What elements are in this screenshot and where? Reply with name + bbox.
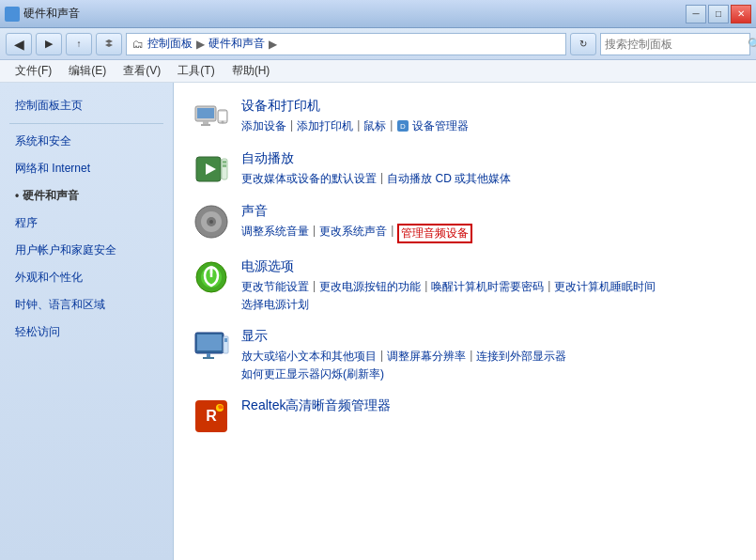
sep5: | <box>313 224 316 243</box>
address-path[interactable]: 🗂 控制面板 ▶ 硬件和声音 ▶ <box>126 33 566 55</box>
svg-point-17 <box>209 220 213 224</box>
svg-rect-23 <box>207 353 210 357</box>
minimize-button[interactable]: ─ <box>686 5 706 23</box>
link-resolution[interactable]: 调整屏幕分辨率 <box>387 349 466 365</box>
manage-audio-highlighted: 管理音频设备 <box>397 224 472 243</box>
link-add-printer[interactable]: 添加打印机 <box>297 118 353 134</box>
power-links-row2: 选择电源计划 <box>241 297 737 313</box>
back-button[interactable]: ◀ <box>6 33 32 55</box>
link-external-display[interactable]: 连接到外部显示器 <box>476 349 566 365</box>
power-links-row1: 更改节能设置 | 更改电源按钮的功能 | 唤醒计算机时需要密码 | 更改计算机睡… <box>241 279 737 295</box>
search-icon: 🔍 <box>748 38 756 51</box>
link-change-power-settings[interactable]: 更改节能设置 <box>241 279 309 295</box>
sidebar-item-home[interactable]: 控制面板主页 <box>9 94 163 117</box>
link-change-sounds[interactable]: 更改系统声音 <box>319 224 387 243</box>
sidebar-item-hardware[interactable]: 硬件和声音 <box>9 184 163 208</box>
close-button[interactable]: ✕ <box>731 5 751 23</box>
svg-text:R: R <box>206 408 217 424</box>
address-bar: ◀ ▶ ↑ 🗂 控制面板 ▶ 硬件和声音 ▶ ↻ 🔍 <box>0 28 756 60</box>
autoplay-title[interactable]: 自动播放 <box>241 150 737 167</box>
link-power-button[interactable]: 更改电源按钮的功能 <box>319 279 421 295</box>
category-sound: 声音 调整系统音量 | 更改系统声音 | 管理音频设备 <box>193 203 737 243</box>
realtek-title[interactable]: Realtek高清晰音频管理器 <box>241 397 737 414</box>
category-realtek: R Realtek高清晰音频管理器 <box>193 397 737 435</box>
title-bar: 硬件和声音 ─ □ ✕ <box>0 0 756 28</box>
search-input[interactable] <box>605 38 746 51</box>
sep3: | <box>390 118 393 134</box>
title-bar-left: 硬件和声音 <box>5 6 80 22</box>
svg-rect-5 <box>219 112 226 120</box>
forward-button[interactable]: ▶ <box>36 33 62 55</box>
sidebar-item-accessibility[interactable]: 轻松访问 <box>9 320 163 344</box>
autoplay-icon <box>193 150 230 188</box>
devices-content: 设备和打印机 添加设备 | 添加打印机 | 鼠标 | D 设备管理器 <box>241 98 737 134</box>
display-icon <box>193 328 230 366</box>
window-icon <box>5 7 20 22</box>
link-sleep-time[interactable]: 更改计算机睡眠时间 <box>554 279 656 295</box>
menu-help[interactable]: 帮助(H) <box>224 61 278 81</box>
link-change-default[interactable]: 更改媒体或设备的默认设置 <box>241 171 377 187</box>
display-title[interactable]: 显示 <box>241 328 737 345</box>
svg-rect-12 <box>223 161 226 163</box>
link-refresh-rate[interactable]: 如何更正显示器闪烁(刷新率) <box>241 366 384 382</box>
svg-rect-3 <box>201 124 210 126</box>
path-hardware[interactable]: 硬件和声音 <box>208 36 265 52</box>
path-controlpanel[interactable]: 控制面板 <box>147 36 193 52</box>
svg-rect-2 <box>203 121 208 124</box>
recent-locations-button[interactable] <box>96 33 122 55</box>
sidebar-item-clock[interactable]: 时钟、语言和区域 <box>9 293 163 317</box>
svg-rect-13 <box>223 164 226 167</box>
sidebar-item-system[interactable]: 系统和安全 <box>9 130 163 153</box>
sep2: | <box>357 118 360 134</box>
main-area: 控制面板主页 系统和安全 网络和 Internet 硬件和声音 程序 用户帐户和… <box>0 83 756 560</box>
category-autoplay: 自动播放 更改媒体或设备的默认设置 | 自动播放 CD 或其他媒体 <box>193 150 737 188</box>
link-manage-audio[interactable]: 管理音频设备 <box>401 226 469 240</box>
sidebar-item-users[interactable]: 用户帐户和家庭安全 <box>9 239 163 262</box>
devices-title[interactable]: 设备和打印机 <box>241 98 737 115</box>
link-adjust-volume[interactable]: 调整系统音量 <box>241 224 309 243</box>
menu-file[interactable]: 文件(F) <box>8 61 59 81</box>
search-box[interactable]: 🔍 <box>600 33 750 55</box>
menu-tools[interactable]: 工具(T) <box>170 61 222 81</box>
maximize-button[interactable]: □ <box>708 5 729 23</box>
svg-rect-1 <box>197 108 214 118</box>
sidebar-divider <box>9 123 163 124</box>
link-power-plan[interactable]: 选择电源计划 <box>241 297 309 313</box>
svg-rect-26 <box>224 338 227 342</box>
link-text-size[interactable]: 放大或缩小文本和其他项目 <box>241 349 377 365</box>
power-title[interactable]: 电源选项 <box>241 258 737 275</box>
sep4: | <box>380 171 383 187</box>
link-add-device[interactable]: 添加设备 <box>241 118 286 134</box>
svg-point-6 <box>222 121 224 124</box>
refresh-button[interactable]: ↻ <box>570 33 596 55</box>
link-mouse[interactable]: 鼠标 <box>363 118 386 134</box>
menu-edit[interactable]: 编辑(E) <box>61 61 114 81</box>
sep1: | <box>290 118 293 134</box>
menu-view[interactable]: 查看(V) <box>116 61 168 81</box>
sep6: | <box>391 224 393 243</box>
sidebar-item-network[interactable]: 网络和 Internet <box>9 157 163 180</box>
menu-bar: 文件(F) 编辑(E) 查看(V) 工具(T) 帮助(H) <box>0 60 756 83</box>
link-wake-password[interactable]: 唤醒计算机时需要密码 <box>431 279 544 295</box>
display-content: 显示 放大或缩小文本和其他项目 | 调整屏幕分辨率 | 连接到外部显示器 如何更… <box>241 328 737 382</box>
sound-title[interactable]: 声音 <box>241 203 737 220</box>
sidebar-item-appearance[interactable]: 外观和个性化 <box>9 266 163 289</box>
sidebar-item-programs[interactable]: 程序 <box>9 211 163 235</box>
realtek-icon: R <box>193 397 230 435</box>
sidebar: 控制面板主页 系统和安全 网络和 Internet 硬件和声音 程序 用户帐户和… <box>0 83 174 560</box>
up-button[interactable]: ↑ <box>66 33 92 55</box>
autoplay-content: 自动播放 更改媒体或设备的默认设置 | 自动播放 CD 或其他媒体 <box>241 150 737 187</box>
display-links-row1: 放大或缩小文本和其他项目 | 调整屏幕分辨率 | 连接到外部显示器 <box>241 349 737 365</box>
svg-rect-24 <box>203 357 214 359</box>
category-power: 电源选项 更改节能设置 | 更改电源按钮的功能 | 唤醒计算机时需要密码 | 更… <box>193 258 737 313</box>
autoplay-links: 更改媒体或设备的默认设置 | 自动播放 CD 或其他媒体 <box>241 171 737 187</box>
title-text: 硬件和声音 <box>23 6 80 22</box>
link-autoplay-cd[interactable]: 自动播放 CD 或其他媒体 <box>387 171 511 187</box>
sound-icon <box>193 203 230 241</box>
svg-rect-22 <box>197 334 222 350</box>
device-manager-icon: D <box>396 118 409 134</box>
link-device-manager[interactable]: 设备管理器 <box>412 118 469 134</box>
sound-links: 调整系统音量 | 更改系统声音 | 管理音频设备 <box>241 224 737 243</box>
content-area: 设备和打印机 添加设备 | 添加打印机 | 鼠标 | D 设备管理器 <box>174 83 756 560</box>
path-arrow-2: ▶ <box>269 38 277 51</box>
